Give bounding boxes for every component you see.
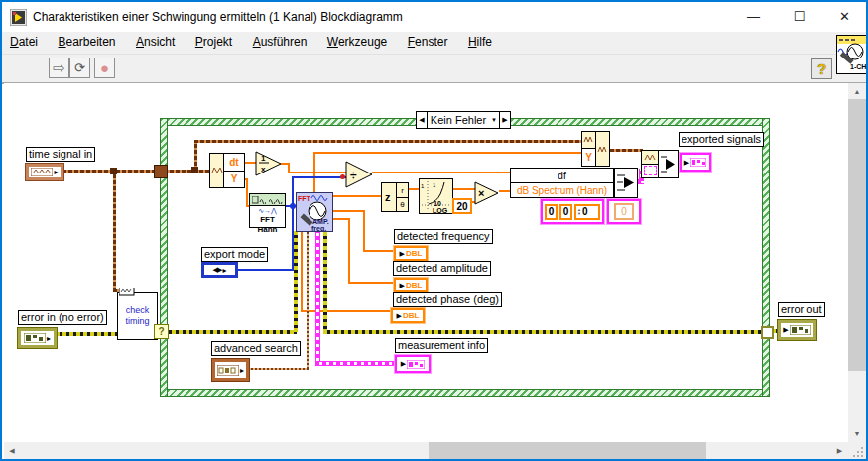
exported-signals-label: exported signals xyxy=(679,132,764,147)
cluster-constant-2[interactable]: 0 xyxy=(607,199,641,224)
case-prev-arrow[interactable]: ◀ xyxy=(417,112,428,128)
tunnel-case-selector[interactable]: ? xyxy=(154,324,169,339)
scroll-right-button[interactable]: ▶ xyxy=(831,442,848,460)
wire-detected-phase-h[interactable] xyxy=(301,310,392,312)
menu-ansicht[interactable]: Ansicht xyxy=(128,32,183,53)
wire-error-from-amp[interactable] xyxy=(323,231,327,333)
close-button[interactable]: ✕ xyxy=(822,2,867,31)
error-in-terminal[interactable]: ▸ xyxy=(18,328,57,348)
multiply-node[interactable]: × xyxy=(474,181,500,206)
build-waveform-node[interactable]: Y xyxy=(581,131,610,167)
wire-error-to-amp[interactable] xyxy=(294,231,298,332)
svg-text:10: 10 xyxy=(434,200,441,207)
abort-button[interactable]: ● xyxy=(94,58,115,78)
wire-log-to-multiply[interactable] xyxy=(453,188,475,190)
case-selector-label[interactable]: Kein Fehler xyxy=(428,112,489,128)
constant-20[interactable]: 20 xyxy=(452,198,472,214)
case-selector[interactable]: ◀ Kein Fehler ▼ ▶ xyxy=(416,111,511,129)
wire-detected-frequency-v[interactable] xyxy=(363,210,365,251)
wire-build-waveform-out[interactable] xyxy=(610,149,643,152)
numeric-spinner[interactable]: ▲▼ 0 xyxy=(574,204,600,220)
horizontal-scrollbar-thumb[interactable] xyxy=(429,442,706,460)
indicator-arrow: ▶ xyxy=(684,159,689,167)
menu-projekt[interactable]: Projekt xyxy=(187,32,240,53)
numeric-constant-disabled[interactable]: 0 xyxy=(614,203,634,220)
wire-measurement-info-v[interactable] xyxy=(315,231,320,365)
context-help-button[interactable]: ? xyxy=(811,58,832,79)
wire-to-divide-top[interactable] xyxy=(288,172,347,173)
wire-detected-amplitude-h2[interactable] xyxy=(348,282,395,284)
wire-time-signal[interactable] xyxy=(62,170,210,173)
wire-to-divide-bottom[interactable] xyxy=(292,176,346,178)
check-timing-node[interactable]: check timing xyxy=(117,292,158,340)
case-next-arrow[interactable]: ▶ xyxy=(499,112,510,128)
error-out-terminal[interactable]: ▶ xyxy=(778,320,816,340)
spectrum-build-node[interactable]: df dB Spectrum (Hann) xyxy=(510,168,614,198)
horizontal-scrollbar[interactable] xyxy=(4,442,848,460)
minimize-button[interactable]: — xyxy=(731,2,776,31)
wire-detected-phase-v[interactable] xyxy=(301,231,303,312)
menu-datei[interactable]: Datei xyxy=(2,32,46,53)
menu-fenster[interactable]: Fenster xyxy=(400,32,456,53)
measurement-info-terminal[interactable]: ▶ xyxy=(395,355,431,373)
fft-hann-node[interactable]: ∿→⋀ FFT Hann xyxy=(249,193,286,228)
wire-divide-to-df[interactable] xyxy=(372,172,512,173)
case-structure-border-left[interactable] xyxy=(161,119,167,396)
wire-junction xyxy=(191,167,198,173)
scroll-up-button[interactable]: ▲ xyxy=(848,83,866,99)
wire-amp-to-buildwf-v[interactable] xyxy=(313,153,315,193)
wire-time-signal-top[interactable] xyxy=(194,140,583,143)
menu-ausfuehren[interactable]: Ausführen xyxy=(245,32,315,53)
vi-icon[interactable]: 1-CH xyxy=(836,35,867,74)
scroll-down-button[interactable]: ▼ xyxy=(848,425,866,442)
time-signal-in-terminal[interactable]: ▸ xyxy=(26,164,63,180)
vertical-scrollbar-thumb[interactable] xyxy=(848,99,866,371)
wire-amp-to-buildwf[interactable] xyxy=(313,152,583,154)
detected-frequency-terminal[interactable]: ▶DBL xyxy=(394,246,428,261)
resize-grip[interactable] xyxy=(848,442,866,460)
wire-time-signal-branch-down[interactable] xyxy=(113,172,116,291)
case-dropdown-icon[interactable]: ▼ xyxy=(489,112,499,128)
ctp-theta: θ xyxy=(396,197,408,211)
reciprocal-node[interactable]: 1 x xyxy=(255,151,283,177)
run-button[interactable]: ⇨ xyxy=(49,58,69,78)
cluster-constant-1[interactable]: 0 0 ▲▼ 0 xyxy=(541,199,604,224)
numeric-constant[interactable]: 0 xyxy=(559,204,572,220)
menu-bearbeiten[interactable]: Bearbeiten xyxy=(50,32,123,53)
wire-error-out-main[interactable] xyxy=(323,330,763,334)
wire-detected-frequency-h1[interactable] xyxy=(333,210,365,212)
wire-error-main[interactable] xyxy=(158,330,297,334)
log10-node[interactable]: 1 1 10 LOG xyxy=(419,178,453,214)
numeric-constant[interactable]: 0 xyxy=(545,204,558,220)
detected-phase-terminal[interactable]: ▶DBL xyxy=(391,308,425,323)
wire-export-mode[interactable] xyxy=(237,269,294,271)
wire-advanced-search-v[interactable] xyxy=(307,231,309,369)
convert-merge-node[interactable] xyxy=(641,150,679,178)
case-structure-border-bottom[interactable] xyxy=(161,390,769,396)
merge-signals-node[interactable] xyxy=(614,168,638,198)
exported-signals-terminal[interactable]: ▶ xyxy=(680,153,711,172)
case-structure-border-right[interactable] xyxy=(763,119,769,396)
wire-detected-amplitude-v[interactable] xyxy=(348,218,350,283)
wire-y-out-v[interactable] xyxy=(246,178,248,207)
terminal-arrow: ▸ xyxy=(54,168,58,176)
detected-amplitude-terminal[interactable]: ▶DBL xyxy=(394,278,428,292)
wire-error-in[interactable] xyxy=(56,332,118,336)
scroll-left-button[interactable]: ◀ xyxy=(4,442,20,460)
wire-to-complex-polar[interactable] xyxy=(333,195,382,197)
amp-freq-node[interactable]: FFT AMP. freq. xyxy=(296,192,333,232)
menu-hilfe[interactable]: Hilfe xyxy=(460,32,500,53)
wire-measurement-info-h[interactable] xyxy=(315,361,396,366)
divide-node[interactable]: ÷ xyxy=(345,161,374,188)
advanced-search-terminal[interactable]: ▸ xyxy=(212,359,249,381)
export-mode-terminal[interactable]: ◀▶ ▸ xyxy=(201,262,238,278)
tunnel-time-signal[interactable] xyxy=(154,165,168,178)
complex-to-polar-node[interactable]: z r θ xyxy=(381,182,409,212)
wire-advanced-search-h[interactable] xyxy=(247,368,309,370)
wire-detected-frequency-h2[interactable] xyxy=(363,250,395,252)
get-waveform-components-node[interactable]: dt Y xyxy=(209,153,245,188)
maximize-button[interactable]: ☐ xyxy=(777,2,821,31)
run-continuous-button[interactable]: ⟳ xyxy=(69,58,90,78)
tunnel-error-out[interactable] xyxy=(761,326,774,339)
menu-werkzeuge[interactable]: Werkzeuge xyxy=(319,32,395,53)
